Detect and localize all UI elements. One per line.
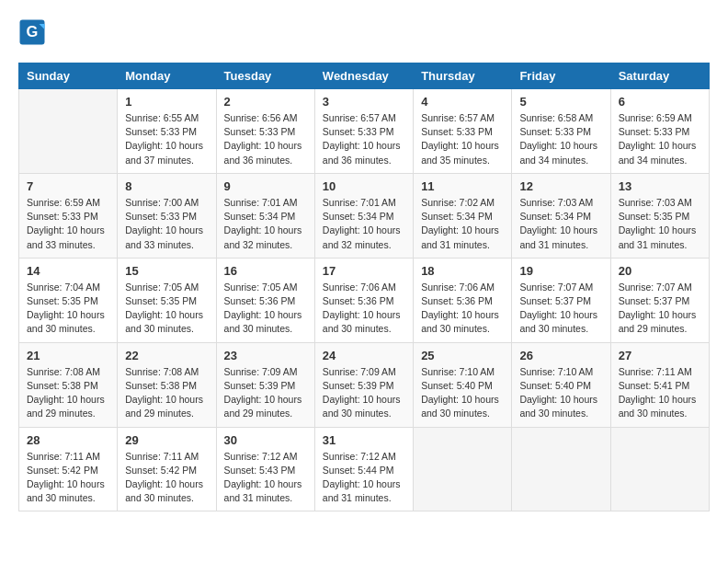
calendar-cell: 21Sunrise: 7:08 AM Sunset: 5:38 PM Dayli… <box>19 342 118 427</box>
day-number: 30 <box>224 433 307 447</box>
calendar-week-row: 14Sunrise: 7:04 AM Sunset: 5:35 PM Dayli… <box>19 258 710 342</box>
calendar-table: SundayMondayTuesdayWednesdayThursdayFrid… <box>18 63 710 511</box>
day-info: Sunrise: 7:11 AM Sunset: 5:42 PM Dayligh… <box>125 450 208 506</box>
calendar-cell: 3Sunrise: 6:57 AM Sunset: 5:33 PM Daylig… <box>314 89 413 174</box>
day-info: Sunrise: 7:00 AM Sunset: 5:33 PM Dayligh… <box>125 196 208 252</box>
day-info: Sunrise: 7:01 AM Sunset: 5:34 PM Dayligh… <box>224 196 307 252</box>
calendar-cell <box>610 427 709 511</box>
day-info: Sunrise: 7:03 AM Sunset: 5:34 PM Dayligh… <box>519 196 602 252</box>
day-number: 9 <box>224 179 307 193</box>
calendar-body: 1Sunrise: 6:55 AM Sunset: 5:33 PM Daylig… <box>19 89 710 511</box>
calendar-cell: 6Sunrise: 6:59 AM Sunset: 5:33 PM Daylig… <box>610 89 709 174</box>
day-number: 6 <box>619 95 701 109</box>
day-number: 31 <box>323 433 405 447</box>
day-info: Sunrise: 7:02 AM Sunset: 5:34 PM Dayligh… <box>421 196 504 252</box>
calendar-week-row: 1Sunrise: 6:55 AM Sunset: 5:33 PM Daylig… <box>19 89 710 174</box>
day-number: 26 <box>519 349 602 362</box>
day-number: 13 <box>619 179 701 193</box>
day-number: 25 <box>421 349 504 362</box>
calendar-cell: 10Sunrise: 7:01 AM Sunset: 5:34 PM Dayli… <box>314 173 413 258</box>
calendar-cell: 27Sunrise: 7:11 AM Sunset: 5:41 PM Dayli… <box>610 342 709 427</box>
calendar-cell <box>414 427 512 511</box>
calendar-cell: 24Sunrise: 7:09 AM Sunset: 5:39 PM Dayli… <box>314 342 413 427</box>
day-info: Sunrise: 7:08 AM Sunset: 5:38 PM Dayligh… <box>27 365 109 421</box>
calendar-cell: 20Sunrise: 7:07 AM Sunset: 5:37 PM Dayli… <box>610 258 709 342</box>
day-number: 5 <box>519 95 602 109</box>
calendar-week-row: 28Sunrise: 7:11 AM Sunset: 5:42 PM Dayli… <box>19 427 710 511</box>
day-number: 28 <box>27 433 109 447</box>
day-info: Sunrise: 7:12 AM Sunset: 5:44 PM Dayligh… <box>323 450 405 506</box>
calendar-cell: 13Sunrise: 7:03 AM Sunset: 5:35 PM Dayli… <box>610 173 709 258</box>
calendar-week-row: 7Sunrise: 6:59 AM Sunset: 5:33 PM Daylig… <box>19 173 710 258</box>
column-header-tuesday: Tuesday <box>216 63 314 89</box>
day-info: Sunrise: 7:03 AM Sunset: 5:35 PM Dayligh… <box>619 196 701 252</box>
day-number: 17 <box>323 264 405 278</box>
calendar-cell <box>512 427 610 511</box>
calendar-cell: 30Sunrise: 7:12 AM Sunset: 5:43 PM Dayli… <box>216 427 314 511</box>
day-info: Sunrise: 7:10 AM Sunset: 5:40 PM Dayligh… <box>519 365 602 421</box>
day-number: 19 <box>519 264 602 278</box>
day-info: Sunrise: 7:12 AM Sunset: 5:43 PM Dayligh… <box>224 450 307 506</box>
day-info: Sunrise: 7:11 AM Sunset: 5:41 PM Dayligh… <box>619 365 701 421</box>
day-number: 15 <box>125 264 208 278</box>
day-number: 20 <box>619 264 701 278</box>
day-number: 1 <box>125 95 208 109</box>
day-info: Sunrise: 7:05 AM Sunset: 5:36 PM Dayligh… <box>224 281 307 337</box>
calendar-cell: 22Sunrise: 7:08 AM Sunset: 5:38 PM Dayli… <box>118 342 216 427</box>
calendar-cell: 25Sunrise: 7:10 AM Sunset: 5:40 PM Dayli… <box>414 342 512 427</box>
day-number: 12 <box>519 179 602 193</box>
day-number: 29 <box>125 433 208 447</box>
column-header-friday: Friday <box>512 63 610 89</box>
day-info: Sunrise: 7:11 AM Sunset: 5:42 PM Dayligh… <box>27 450 109 506</box>
calendar-cell: 16Sunrise: 7:05 AM Sunset: 5:36 PM Dayli… <box>216 258 314 342</box>
day-number: 8 <box>125 179 208 193</box>
day-info: Sunrise: 7:10 AM Sunset: 5:40 PM Dayligh… <box>421 365 504 421</box>
calendar-cell: 9Sunrise: 7:01 AM Sunset: 5:34 PM Daylig… <box>216 173 314 258</box>
day-info: Sunrise: 7:01 AM Sunset: 5:34 PM Dayligh… <box>323 196 405 252</box>
column-header-sunday: Sunday <box>19 63 118 89</box>
day-info: Sunrise: 6:59 AM Sunset: 5:33 PM Dayligh… <box>619 111 701 167</box>
calendar-cell: 15Sunrise: 7:05 AM Sunset: 5:35 PM Dayli… <box>118 258 216 342</box>
day-number: 27 <box>619 349 701 362</box>
svg-text:G: G <box>27 23 39 40</box>
calendar-cell: 2Sunrise: 6:56 AM Sunset: 5:33 PM Daylig… <box>216 89 314 174</box>
calendar-cell: 17Sunrise: 7:06 AM Sunset: 5:36 PM Dayli… <box>314 258 413 342</box>
day-number: 11 <box>421 179 504 193</box>
calendar-cell: 28Sunrise: 7:11 AM Sunset: 5:42 PM Dayli… <box>19 427 118 511</box>
column-header-saturday: Saturday <box>610 63 709 89</box>
logo: G <box>18 18 48 46</box>
day-number: 10 <box>323 179 405 193</box>
calendar-cell: 23Sunrise: 7:09 AM Sunset: 5:39 PM Dayli… <box>216 342 314 427</box>
logo-icon: G <box>18 18 46 46</box>
day-info: Sunrise: 7:06 AM Sunset: 5:36 PM Dayligh… <box>421 281 504 337</box>
column-header-thursday: Thursday <box>414 63 512 89</box>
day-info: Sunrise: 6:58 AM Sunset: 5:33 PM Dayligh… <box>519 111 602 167</box>
day-info: Sunrise: 6:59 AM Sunset: 5:33 PM Dayligh… <box>27 196 109 252</box>
column-header-monday: Monday <box>118 63 216 89</box>
calendar-cell: 18Sunrise: 7:06 AM Sunset: 5:36 PM Dayli… <box>414 258 512 342</box>
calendar-cell <box>19 89 118 174</box>
calendar-cell: 29Sunrise: 7:11 AM Sunset: 5:42 PM Dayli… <box>118 427 216 511</box>
day-info: Sunrise: 7:07 AM Sunset: 5:37 PM Dayligh… <box>519 281 602 337</box>
day-number: 4 <box>421 95 504 109</box>
calendar-cell: 1Sunrise: 6:55 AM Sunset: 5:33 PM Daylig… <box>118 89 216 174</box>
day-info: Sunrise: 7:09 AM Sunset: 5:39 PM Dayligh… <box>224 365 307 421</box>
calendar-cell: 26Sunrise: 7:10 AM Sunset: 5:40 PM Dayli… <box>512 342 610 427</box>
day-info: Sunrise: 6:57 AM Sunset: 5:33 PM Dayligh… <box>323 111 405 167</box>
day-info: Sunrise: 7:06 AM Sunset: 5:36 PM Dayligh… <box>323 281 405 337</box>
calendar-cell: 4Sunrise: 6:57 AM Sunset: 5:33 PM Daylig… <box>414 89 512 174</box>
calendar-cell: 14Sunrise: 7:04 AM Sunset: 5:35 PM Dayli… <box>19 258 118 342</box>
day-info: Sunrise: 6:55 AM Sunset: 5:33 PM Dayligh… <box>125 111 208 167</box>
day-number: 23 <box>224 349 307 362</box>
day-number: 21 <box>27 349 109 362</box>
calendar-cell: 31Sunrise: 7:12 AM Sunset: 5:44 PM Dayli… <box>314 427 413 511</box>
day-info: Sunrise: 7:09 AM Sunset: 5:39 PM Dayligh… <box>323 365 405 421</box>
column-header-wednesday: Wednesday <box>314 63 413 89</box>
day-info: Sunrise: 7:07 AM Sunset: 5:37 PM Dayligh… <box>619 281 701 337</box>
day-info: Sunrise: 7:08 AM Sunset: 5:38 PM Dayligh… <box>125 365 208 421</box>
day-number: 22 <box>125 349 208 362</box>
calendar-cell: 7Sunrise: 6:59 AM Sunset: 5:33 PM Daylig… <box>19 173 118 258</box>
day-number: 16 <box>224 264 307 278</box>
day-info: Sunrise: 7:04 AM Sunset: 5:35 PM Dayligh… <box>27 281 109 337</box>
day-info: Sunrise: 6:57 AM Sunset: 5:33 PM Dayligh… <box>421 111 504 167</box>
